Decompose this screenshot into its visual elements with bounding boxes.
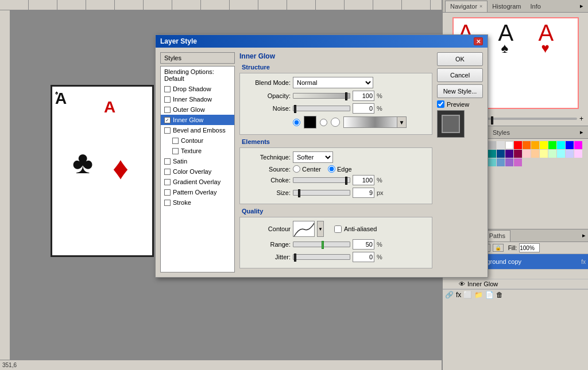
color-row: ▼ [245, 116, 427, 128]
bevel-checkbox[interactable] [164, 127, 171, 134]
styles-panel: Styles Blending Options: Default Drop Sh… [160, 52, 235, 272]
styles-item-pattern-overlay[interactable]: Pattern Overlay [161, 187, 234, 197]
satin-label: Satin [173, 158, 187, 165]
noise-slider[interactable] [293, 106, 350, 111]
dialog-close-button[interactable]: ✕ [474, 37, 483, 45]
dialog-title-bar: Layer Style ✕ [156, 35, 488, 48]
source-center-radio[interactable] [293, 165, 300, 173]
styles-item-color-overlay[interactable]: Color Overlay [161, 166, 234, 177]
blend-mode-select[interactable]: Normal Multiply Screen [293, 77, 373, 88]
blend-mode-label: Blend Mode: [245, 79, 291, 86]
contour-preview[interactable] [293, 221, 315, 237]
noise-input[interactable]: 0 [353, 103, 374, 114]
noise-row: Noise: 0 % [245, 103, 427, 114]
range-label: Range: [245, 241, 291, 248]
preview-checkbox[interactable] [437, 100, 444, 108]
drop-shadow-label: Drop Shadow [173, 85, 211, 92]
anti-alias-label: Anti-aliased [344, 225, 377, 232]
contour-row: Contour ▼ Anti-aliased [245, 221, 427, 237]
size-unit: px [377, 189, 384, 196]
styles-item-satin[interactable]: Satin [161, 156, 234, 166]
technique-select[interactable]: Softer Precise [293, 151, 333, 163]
texture-checkbox[interactable] [172, 148, 179, 154]
gradient-radio[interactable] [320, 119, 327, 126]
preview-label: Preview [447, 101, 469, 108]
stroke-checkbox[interactable] [164, 200, 171, 206]
styles-item-gradient-overlay[interactable]: Gradient Overlay [161, 177, 234, 187]
technique-row: Technique: Softer Precise [245, 151, 427, 163]
styles-item-stroke[interactable]: Stroke [161, 197, 234, 208]
color-overlay-checkbox[interactable] [164, 169, 171, 175]
styles-header: Styles [160, 52, 235, 64]
ok-button[interactable]: OK [437, 52, 483, 66]
anti-alias-checkbox[interactable] [334, 225, 342, 233]
styles-item-bevel[interactable]: Bevel and Emboss [161, 125, 234, 135]
source-edge-radio[interactable] [328, 165, 335, 173]
structure-title: Structure [239, 64, 432, 71]
gradient-preview[interactable]: ▼ [343, 116, 407, 128]
color-swatch-black[interactable] [304, 116, 316, 128]
blend-mode-row: Blend Mode: Normal Multiply Screen [245, 77, 427, 88]
satin-checkbox[interactable] [164, 158, 171, 165]
dialog-main-content: Inner Glow Structure Blend Mode: Normal … [239, 52, 432, 272]
dialog-title: Layer Style [160, 37, 197, 45]
white-circle [331, 118, 340, 127]
opacity-unit: % [377, 92, 382, 99]
contour-label: Contour [245, 225, 291, 232]
inner-glow-section-title: Inner Glow [239, 52, 432, 60]
opacity-input[interactable]: 100 [353, 91, 374, 101]
opacity-slider[interactable] [293, 93, 350, 99]
size-slider[interactable] [293, 190, 350, 196]
styles-item-drop-shadow[interactable]: Drop Shadow [161, 84, 234, 94]
choke-input[interactable]: 100 [353, 175, 374, 185]
styles-item-inner-shadow[interactable]: Inner Shadow [161, 94, 234, 104]
inner-glow-label: Inner Glow [173, 116, 203, 123]
range-row: Range: 50 % [245, 239, 427, 250]
drop-shadow-checkbox[interactable] [164, 86, 171, 92]
choke-slider[interactable] [293, 177, 350, 183]
jitter-input[interactable]: 0 [353, 252, 374, 262]
styles-item-texture[interactable]: Texture [161, 146, 234, 156]
opacity-label: Opacity: [245, 92, 291, 99]
dialog-body: Styles Blending Options: Default Drop Sh… [156, 48, 488, 277]
new-style-button[interactable]: New Style... [437, 84, 483, 98]
technique-label: Technique: [245, 154, 291, 161]
inner-glow-checkbox[interactable] [164, 117, 171, 123]
dialog-buttons: OK Cancel New Style... Preview [437, 52, 483, 272]
jitter-unit: % [377, 254, 382, 260]
choke-label: Choke: [245, 177, 291, 184]
inner-shadow-label: Inner Shadow [173, 96, 212, 103]
styles-item-outer-glow[interactable]: Outer Glow [161, 104, 234, 115]
inner-shadow-checkbox[interactable] [164, 96, 171, 103]
cancel-button[interactable]: Cancel [437, 68, 483, 82]
contour-label: Contour [181, 137, 203, 144]
jitter-slider[interactable] [293, 254, 350, 260]
contour-dropdown-icon[interactable]: ▼ [317, 221, 324, 237]
source-center-label: Center [302, 166, 321, 173]
color-preview-row: ▼ [293, 116, 407, 128]
outer-glow-label: Outer Glow [173, 106, 205, 113]
color-overlay-label: Color Overlay [173, 168, 211, 175]
elements-title: Elements [239, 138, 432, 145]
choke-row: Choke: 100 % [245, 175, 427, 185]
range-slider[interactable] [293, 242, 350, 247]
noise-label: Noise: [245, 105, 291, 112]
pattern-overlay-checkbox[interactable] [164, 189, 171, 196]
styles-item-inner-glow[interactable]: Inner Glow [161, 115, 234, 125]
dialog-overlay: Layer Style ✕ Styles Blending Options: D… [0, 0, 588, 370]
size-label: Size: [245, 189, 291, 196]
source-edge-label: Edge [337, 166, 352, 173]
gradient-overlay-label: Gradient Overlay [173, 178, 220, 185]
gradient-overlay-checkbox[interactable] [164, 179, 171, 185]
source-edge-option: Edge [328, 165, 352, 173]
size-input[interactable]: 9 [353, 188, 374, 198]
texture-label: Texture [181, 147, 202, 154]
opacity-row: Opacity: 100 % [245, 91, 427, 101]
contour-checkbox[interactable] [172, 138, 179, 144]
jitter-row: Jitter: 0 % [245, 252, 427, 262]
outer-glow-checkbox[interactable] [164, 107, 171, 113]
styles-item-contour[interactable]: Contour [161, 135, 234, 146]
color-radio[interactable] [293, 119, 300, 126]
styles-item-blending[interactable]: Blending Options: Default [161, 67, 234, 84]
range-input[interactable]: 50 [353, 239, 374, 250]
